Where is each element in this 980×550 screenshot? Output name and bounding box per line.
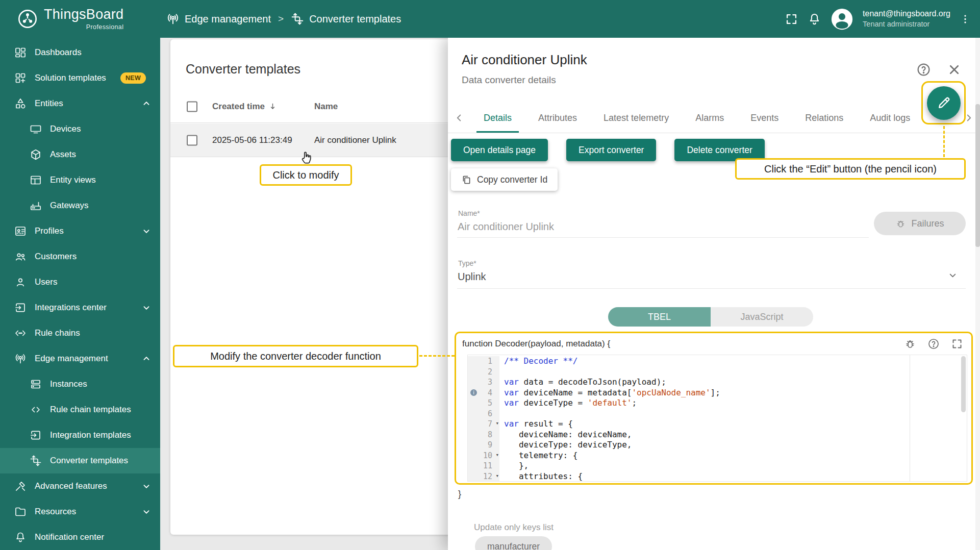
sidebar-item-profiles[interactable]: Profiles: [0, 218, 160, 244]
brand-name: ThingsBoard: [44, 8, 123, 21]
breadcrumb-converter-templates[interactable]: Converter templates: [291, 12, 401, 26]
sidebar-item-integration-templates[interactable]: Integration templates: [0, 422, 160, 448]
chevron-down-icon[interactable]: [947, 269, 959, 281]
notifications-bell-icon[interactable]: [808, 12, 821, 26]
gutter: 2: [468, 367, 499, 378]
select-all-checkbox[interactable]: [187, 101, 197, 112]
breadcrumb: Edge management > Converter templates: [166, 12, 401, 26]
sidebar-item-label: Resources: [35, 507, 76, 517]
breadcrumb-edge-management[interactable]: Edge management: [166, 12, 271, 26]
line-number: 5: [488, 398, 492, 409]
sidebar-item-label: Entity views: [50, 175, 96, 185]
line-number: 7: [488, 419, 492, 430]
help-icon[interactable]: [916, 62, 931, 77]
fold-icon[interactable]: ▾: [495, 450, 499, 461]
open-details-page-button[interactable]: Open details page: [451, 139, 548, 161]
sidebar-item-label: Users: [35, 277, 57, 287]
gutter: 7▾: [468, 419, 499, 430]
sidebar-item-dashboards[interactable]: Dashboards: [0, 40, 160, 65]
sidebar-item-label: Instances: [50, 379, 87, 389]
brand-logo[interactable]: ThingsBoard Professional: [0, 8, 153, 31]
line-number: 6: [488, 409, 492, 419]
sidebar-item-entity-views[interactable]: Entity views: [0, 167, 160, 193]
sidebar-item-label: Advanced features: [35, 481, 107, 491]
info-annotation-icon: i: [470, 389, 477, 396]
copy-converter-id-button[interactable]: Copy converter Id: [451, 168, 558, 191]
tab-relations[interactable]: Relations: [792, 103, 857, 133]
gutter: 3: [468, 377, 499, 388]
fullscreen-icon[interactable]: [785, 12, 798, 26]
sidebar-item-notification-center[interactable]: Notification center: [0, 524, 160, 550]
assets-icon: [30, 148, 42, 161]
toggle-tbel[interactable]: TBEL: [608, 307, 711, 327]
tab-alarms[interactable]: Alarms: [682, 103, 737, 133]
entities-icon: [14, 97, 27, 110]
sidebar-item-users[interactable]: Users: [0, 269, 160, 295]
line-number: 3: [488, 377, 492, 388]
sidebar-item-assets[interactable]: Assets: [0, 142, 160, 167]
gutter: 9: [468, 440, 499, 451]
profiles-icon: [14, 225, 27, 237]
sidebar-item-instances[interactable]: Instances: [0, 371, 160, 397]
sidebar-item-integrations-center[interactable]: Integrations center: [0, 295, 160, 320]
toggle-javascript[interactable]: JavaScript: [711, 307, 813, 327]
sidebar-item-edge-management[interactable]: Edge management: [0, 346, 160, 371]
panel-scrollbar-track[interactable]: [975, 38, 980, 550]
callout-click-to-modify: Click to modify: [260, 164, 352, 186]
more-menu-icon[interactable]: [960, 12, 971, 26]
debug-bug-icon[interactable]: [904, 338, 916, 350]
sidebar-item-label: Solution templates: [35, 73, 106, 83]
type-field: Type* Uplink: [457, 256, 966, 289]
sidebar-item-rule-chain-templates[interactable]: Rule chain templates: [0, 397, 160, 422]
tabs-scroll-left-icon[interactable]: [448, 103, 470, 133]
user-avatar[interactable]: [831, 8, 853, 31]
gutter: 10▾: [468, 451, 499, 461]
fold-icon[interactable]: ▾: [495, 471, 499, 482]
sidebar-item-customers[interactable]: Customers: [0, 244, 160, 269]
type-field-label: Type*: [458, 259, 476, 267]
edit-button[interactable]: [927, 86, 961, 120]
sidebar-item-converter-templates[interactable]: Converter templates: [0, 448, 160, 473]
column-name[interactable]: Name: [314, 102, 338, 112]
update-keys-label: Update only keys list: [474, 522, 554, 533]
failures-button: Failures: [874, 212, 966, 235]
sidebar-item-devices[interactable]: Devices: [0, 116, 160, 142]
sidebar-item-advanced-features[interactable]: Advanced features: [0, 473, 160, 499]
sort-desc-icon[interactable]: [268, 102, 277, 111]
antenna-icon: [166, 12, 180, 26]
editor-fullscreen-icon[interactable]: [951, 338, 963, 350]
tab-audit-logs[interactable]: Audit logs: [857, 103, 923, 133]
fold-icon[interactable]: ▾: [495, 418, 499, 429]
code-editor[interactable]: 1/** Decoder **/23var data = decodeToJso…: [467, 355, 967, 482]
sidebar-item-solution-templates[interactable]: Solution templatesNEW: [0, 65, 160, 91]
tab-events[interactable]: Events: [737, 103, 792, 133]
gutter: i4: [468, 388, 499, 398]
converter-templates-icon: [30, 455, 42, 467]
sidebar-item-entities[interactable]: Entities: [0, 91, 160, 116]
type-field-value: Uplink: [458, 271, 486, 283]
solution-templates-icon: [14, 72, 27, 84]
close-icon[interactable]: [947, 62, 962, 77]
tab-latest-telemetry[interactable]: Latest telemetry: [590, 103, 682, 133]
panel-scrollbar-thumb[interactable]: [975, 104, 980, 247]
editor-scrollbar[interactable]: [961, 356, 966, 412]
sidebar-item-rule-chains[interactable]: Rule chains: [0, 320, 160, 346]
chevron-up-icon: [141, 98, 152, 109]
cell-created-time: 2025-05-06 11:23:49: [212, 135, 292, 145]
customers-icon: [14, 251, 27, 263]
sidebar-item-label: Dashboards: [35, 47, 82, 58]
sidebar-item-gateways[interactable]: Gateways: [0, 193, 160, 218]
export-converter-button[interactable]: Export converter: [566, 139, 656, 161]
sidebar-item-resources[interactable]: Resources: [0, 499, 160, 524]
code-lines: 1/** Decoder **/23var data = decodeToJso…: [468, 355, 967, 482]
breadcrumb-separator: >: [278, 13, 284, 24]
rule-chains-icon: [14, 327, 27, 339]
column-created-time[interactable]: Created time: [212, 102, 277, 112]
top-header: ThingsBoard Professional Edge management…: [0, 0, 980, 38]
page-title: Converter templates: [186, 62, 300, 77]
panel-tabs: Details Attributes Latest telemetry Alar…: [448, 103, 980, 133]
editor-help-icon[interactable]: [927, 338, 940, 350]
tab-details[interactable]: Details: [470, 103, 525, 133]
row-checkbox[interactable]: [187, 135, 197, 145]
tab-attributes[interactable]: Attributes: [525, 103, 590, 133]
